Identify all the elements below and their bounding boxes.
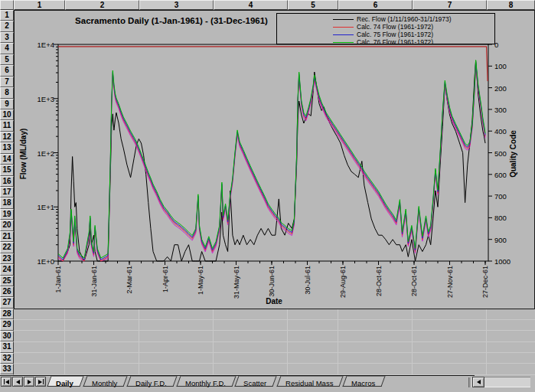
row-header-8[interactable]: 8 [0,87,14,98]
row-headers: 1234567891011121314151617181920212223242… [0,10,14,375]
row-header-5[interactable]: 5 [0,54,14,65]
y2-tick-label: 900 [494,236,507,244]
row-header-1[interactable]: 1 [0,10,14,21]
x-tick-label: 30-Jun-61 [269,266,276,301]
chart-object[interactable]: Sacramento Daily (1-Jan-1961) - (31-Dec-… [14,10,535,309]
row-header-29[interactable]: 29 [0,319,14,330]
legend-line-sample [333,42,354,43]
first-tab-button[interactable] [1,377,11,387]
legend-item: Rec. Flow (1/11/1960-31/1/1973) [277,15,494,23]
row-header-31[interactable]: 31 [0,341,14,352]
y-tick-label: 1E+0 [18,257,54,266]
scrollbar-split-handle[interactable] [468,377,471,387]
last-tab-icon [38,380,42,384]
sheet-tab-residual-mass[interactable]: Residual Mass [276,376,343,387]
row-header-20[interactable]: 20 [0,220,14,230]
last-tab-button[interactable] [35,377,46,387]
sheet-tabs: DailyMonthlyDaily F.D.Monthly F.D.Scatte… [49,376,387,387]
legend-label: Rec. Flow (1/11/1960-31/1/1973) [357,16,452,23]
column-header-1[interactable]: 1 [14,0,65,10]
next-tab-icon [28,380,31,384]
column-header-6[interactable]: 6 [338,0,413,10]
next-tab-button[interactable] [24,377,34,387]
horizontal-scrollbar [468,377,530,387]
sheet-tab-label: Daily [56,378,73,388]
scroll-left-button[interactable] [472,377,484,387]
sheet-tab-label: Macros [351,378,375,388]
y-tick-label: 1E+4 [18,41,54,49]
x-tick-label: 27-Dec-61 [482,266,489,301]
row-header-26[interactable]: 26 [0,286,14,297]
sheet-tab-daily-f-d-[interactable]: Daily F.D. [126,376,177,387]
row-header-6[interactable]: 6 [0,65,14,76]
row-header-2[interactable]: 2 [0,21,14,31]
y2-tick-label: 500 [494,149,507,158]
x-tick-label: 2-Mar-61 [126,266,133,301]
x-tick-label: 27-Nov-61 [447,266,454,301]
row-header-24[interactable]: 24 [0,264,14,275]
row-header-18[interactable]: 18 [0,198,14,208]
sheet-tab-label: Monthly [92,378,117,388]
row-header-12[interactable]: 12 [0,132,14,142]
sheet-tab-bar: DailyMonthlyDaily F.D.Monthly F.D.Scatte… [0,375,535,388]
column-header-8[interactable]: 8 [487,0,535,10]
row-header-13[interactable]: 13 [0,142,14,153]
row-header-27[interactable]: 27 [0,297,14,308]
sheet-tab-daily[interactable]: Daily [47,376,83,387]
y2-tick-label: 1000 [494,257,511,266]
chart-title: Sacramento Daily (1-Jan-1961) - (31-Dec-… [60,16,282,25]
scroll-left-icon [477,380,481,384]
column-header-5[interactable]: 5 [288,0,338,10]
y-tick-label: 1E+1 [18,203,54,211]
x-tick-label: 28-Oct-61 [411,266,418,301]
column-header-4[interactable]: 4 [214,0,288,10]
row-header-32[interactable]: 32 [0,353,14,364]
legend-label: Calc. 74 Flow (1961-1972) [357,24,433,31]
row-header-30[interactable]: 30 [0,331,14,341]
row-header-11[interactable]: 11 [0,120,14,131]
axis-ticks [54,44,492,265]
row-header-19[interactable]: 19 [0,209,14,220]
y2-tick-label: 700 [494,192,507,201]
scrollbar-track[interactable] [484,377,530,387]
row-header-25[interactable]: 25 [0,276,14,286]
row-header-9[interactable]: 9 [0,99,14,109]
y2-tick-label: 400 [494,127,507,136]
previous-tab-button[interactable] [12,377,23,387]
row-header-23[interactable]: 23 [0,253,14,264]
y2-tick-label: 0 [494,41,498,49]
row-header-33[interactable]: 33 [0,364,14,374]
row-header-17[interactable]: 17 [0,187,14,198]
sheet-tab-macros[interactable]: Macros [342,376,385,387]
sheet-tab-scatter[interactable]: Scatter [235,376,277,387]
row-header-28[interactable]: 28 [0,309,14,319]
sheet-tab-monthly-f-d-[interactable]: Monthly F.D. [176,376,236,387]
column-header-2[interactable]: 2 [65,0,139,10]
select-all-corner[interactable] [0,0,14,10]
row-header-16[interactable]: 16 [0,176,14,187]
series-calc-74-flow-1961-1972- [58,64,485,262]
row-header-4[interactable]: 4 [0,43,14,54]
row-header-10[interactable]: 10 [0,109,14,120]
column-header-7[interactable]: 7 [413,0,487,10]
column-header-3[interactable]: 3 [139,0,214,10]
legend-item: Calc. 74 Flow (1961-1972) [277,23,494,31]
sheet-tab-label: Residual Mass [285,378,333,388]
column-headers: 12345678 [0,0,535,10]
series-calc-76-flow-1961-1972- [58,60,485,259]
series-quality-code [58,47,488,81]
row-header-7[interactable]: 7 [0,77,14,87]
row-header-22[interactable]: 22 [0,242,14,253]
x-tick-label: 1-Jan-61 [55,266,62,301]
row-header-15[interactable]: 15 [0,165,14,175]
chart-legend: Rec. Flow (1/11/1960-31/1/1973)Calc. 74 … [276,13,495,44]
x-tick-label: 1-May-61 [197,266,204,301]
legend-line-sample [333,34,354,35]
first-tab-icon [4,379,5,384]
row-header-14[interactable]: 14 [0,154,14,165]
row-header-21[interactable]: 21 [0,231,14,242]
row-header-3[interactable]: 3 [0,32,14,43]
x-tick-label: 31-May-61 [233,266,240,301]
sheet-tab-monthly[interactable]: Monthly [83,376,127,387]
sheet-tab-label: Monthly F.D. [185,378,226,388]
